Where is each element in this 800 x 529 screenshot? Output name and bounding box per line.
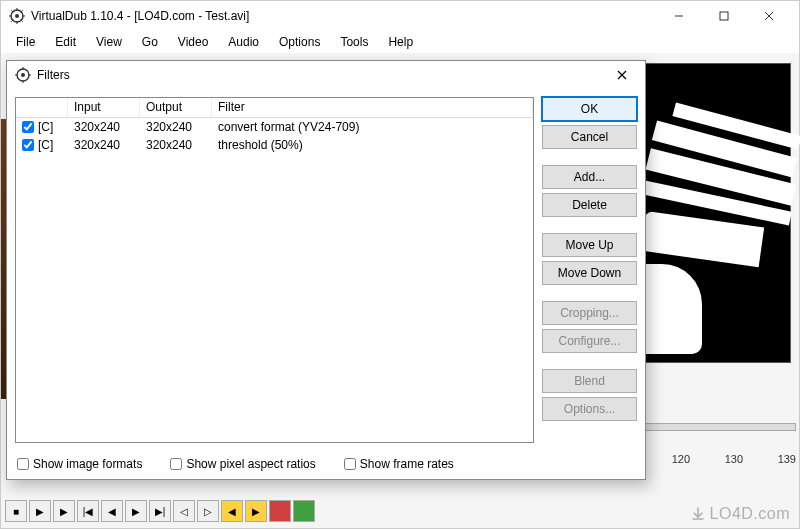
goto-end-button[interactable]: ▶| xyxy=(149,500,171,522)
minimize-button[interactable] xyxy=(656,2,701,30)
col-input[interactable]: Input xyxy=(68,98,140,117)
timeline-track[interactable] xyxy=(631,423,796,431)
menu-options[interactable]: Options xyxy=(270,33,329,51)
window-controls xyxy=(656,2,791,30)
ruler-tick: 120 xyxy=(672,453,690,473)
filter-rows: [C] 320x240 320x240 convert format (YV24… xyxy=(16,118,533,154)
filter-row[interactable]: [C] 320x240 320x240 threshold (50%) xyxy=(16,136,533,154)
col-filter[interactable]: Filter xyxy=(212,98,533,117)
show-image-formats-checkbox[interactable]: Show image formats xyxy=(17,457,142,471)
close-button[interactable] xyxy=(746,2,791,30)
play-output-button[interactable]: ▶ xyxy=(53,500,75,522)
filter-enable-checkbox[interactable] xyxy=(22,139,34,151)
mark-out-button[interactable] xyxy=(293,500,315,522)
show-frame-rates-label: Show frame rates xyxy=(360,457,454,471)
preview-image xyxy=(642,64,790,362)
svg-point-7 xyxy=(21,73,25,77)
ok-button[interactable]: OK xyxy=(542,97,637,121)
titlebar: VirtualDub 1.10.4 - [LO4D.com - Test.avi… xyxy=(1,1,799,31)
configure-button[interactable]: Configure... xyxy=(542,329,637,353)
filter-list[interactable]: Input Output Filter [C] 320x240 320x240 … xyxy=(15,97,534,443)
menu-video[interactable]: Video xyxy=(169,33,217,51)
maximize-button[interactable] xyxy=(701,2,746,30)
filters-icon xyxy=(15,67,31,83)
filter-input: 320x240 xyxy=(68,138,140,152)
show-pixel-aspect-label: Show pixel aspect ratios xyxy=(186,457,315,471)
goto-start-button[interactable]: |◀ xyxy=(77,500,99,522)
filter-name: convert format (YV24-709) xyxy=(212,120,533,134)
show-image-formats-label: Show image formats xyxy=(33,457,142,471)
delete-button[interactable]: Delete xyxy=(542,193,637,217)
dialog-titlebar: Filters xyxy=(7,61,645,89)
scene-next-button[interactable]: ▶ xyxy=(245,500,267,522)
svg-point-1 xyxy=(15,14,19,18)
blend-button[interactable]: Blend xyxy=(542,369,637,393)
move-up-button[interactable]: Move Up xyxy=(542,233,637,257)
dialog-body: Input Output Filter [C] 320x240 320x240 … xyxy=(7,89,645,449)
cropping-button[interactable]: Cropping... xyxy=(542,301,637,325)
col-output[interactable]: Output xyxy=(140,98,212,117)
dialog-footer: Show image formats Show pixel aspect rat… xyxy=(7,449,645,479)
ruler-tick: 130 xyxy=(725,453,743,473)
watermark-text: LO4D.com xyxy=(710,505,790,523)
filter-row[interactable]: [C] 320x240 320x240 convert format (YV24… xyxy=(16,118,533,136)
filter-output: 320x240 xyxy=(140,138,212,152)
filter-input: 320x240 xyxy=(68,120,140,134)
preview-pane xyxy=(641,63,791,363)
filter-output: 320x240 xyxy=(140,120,212,134)
svg-rect-3 xyxy=(720,12,728,20)
add-button[interactable]: Add... xyxy=(542,165,637,189)
step-forward-button[interactable]: ▶ xyxy=(125,500,147,522)
options-button[interactable]: Options... xyxy=(542,397,637,421)
stop-button[interactable]: ■ xyxy=(5,500,27,522)
menu-help[interactable]: Help xyxy=(379,33,422,51)
transport-toolbar: ■ ▶ ▶ |◀ ◀ ▶ ▶| ◁ ▷ ◀ ▶ xyxy=(5,498,425,524)
scene-prev-button[interactable]: ◀ xyxy=(221,500,243,522)
menubar: File Edit View Go Video Audio Options To… xyxy=(1,31,799,53)
timeline-ruler: 0 120 130 139 xyxy=(631,453,796,473)
filter-tag: [C] xyxy=(38,120,53,134)
cancel-button[interactable]: Cancel xyxy=(542,125,637,149)
dialog-button-column: OK Cancel Add... Delete Move Up Move Dow… xyxy=(542,97,637,443)
step-back-button[interactable]: ◀ xyxy=(101,500,123,522)
filters-dialog: Filters Input Output Filter [C] 320x240 … xyxy=(6,60,646,480)
filter-tag: [C] xyxy=(38,138,53,152)
menu-go[interactable]: Go xyxy=(133,33,167,51)
dialog-title: Filters xyxy=(37,68,607,82)
move-down-button[interactable]: Move Down xyxy=(542,261,637,285)
menu-file[interactable]: File xyxy=(7,33,44,51)
window-title: VirtualDub 1.10.4 - [LO4D.com - Test.avi… xyxy=(31,9,656,23)
app-icon xyxy=(9,8,25,24)
dialog-close-button[interactable] xyxy=(607,63,637,87)
key-next-button[interactable]: ▷ xyxy=(197,500,219,522)
filter-list-header: Input Output Filter xyxy=(16,98,533,118)
key-prev-button[interactable]: ◁ xyxy=(173,500,195,522)
play-input-button[interactable]: ▶ xyxy=(29,500,51,522)
ruler-tick: 139 xyxy=(778,453,796,473)
menu-edit[interactable]: Edit xyxy=(46,33,85,51)
watermark: LO4D.com xyxy=(690,505,790,523)
menu-view[interactable]: View xyxy=(87,33,131,51)
filter-enable-checkbox[interactable] xyxy=(22,121,34,133)
filter-name: threshold (50%) xyxy=(212,138,533,152)
show-pixel-aspect-checkbox[interactable]: Show pixel aspect ratios xyxy=(170,457,315,471)
mark-in-button[interactable] xyxy=(269,500,291,522)
show-frame-rates-checkbox[interactable]: Show frame rates xyxy=(344,457,454,471)
menu-tools[interactable]: Tools xyxy=(331,33,377,51)
menu-audio[interactable]: Audio xyxy=(219,33,268,51)
col-checkbox xyxy=(16,98,68,117)
